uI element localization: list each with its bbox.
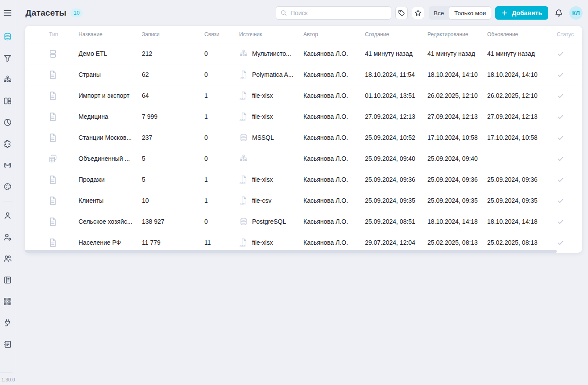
table-row[interactable]: Демо ETL 212 0 Мультиисто... Касьянова Л… [25, 43, 582, 64]
author: Касьянова Л.О. [303, 113, 365, 120]
plug-icon [3, 318, 12, 327]
table-row[interactable]: Медицина 7 999 1 file-xlsx Касьянова Л.О… [25, 106, 582, 127]
datasets-count-badge: 10 [70, 8, 83, 17]
sidebar-item-puzzle[interactable] [0, 133, 15, 155]
search-input[interactable] [290, 9, 387, 17]
created-at: 27.09.2024, 12:13 [365, 113, 427, 120]
tags-filter-button[interactable] [395, 7, 408, 19]
column-header-source[interactable]: Источник [239, 31, 303, 38]
created-at: 25.09.2024, 09:40 [365, 155, 427, 162]
edited-at: 25.09.2024, 09:40 [427, 155, 487, 162]
star-icon [414, 9, 422, 17]
sidebar-item-palette[interactable] [0, 176, 15, 197]
column-header-type[interactable]: Тип [25, 31, 79, 38]
sidebar-item-grid[interactable] [0, 291, 15, 312]
updated-at: 25.02.2025, 08:13 [487, 239, 550, 246]
source-name: file-xlsx [252, 92, 273, 99]
column-header-status[interactable]: Статус [550, 31, 582, 38]
links-count: 1 [204, 197, 239, 204]
updated-at: 25.09.2024, 09:36 [487, 176, 550, 183]
segment-only-mine[interactable]: Только мои [449, 6, 491, 20]
notes-icon [3, 340, 12, 349]
source-name: file-csv [252, 197, 272, 204]
sidebar-item-filter[interactable] [0, 47, 15, 69]
source-name: Polymatica A... [252, 71, 294, 78]
dataset-name: Сельское хозяйс... [79, 218, 142, 225]
edited-at: 18.10.2024, 14:18 [427, 218, 487, 225]
topbar: Датасеты 10 Все Только мои Добавить КЛ [15, 0, 588, 26]
table-row[interactable]: Продажи 5 1 file-xlsx Касьянова Л.О. 25.… [25, 169, 582, 190]
column-header-records[interactable]: Записи [142, 31, 204, 38]
edited-at: 18.10.2024, 14:10 [427, 71, 487, 78]
created-at: 29.07.2024, 12:04 [365, 239, 427, 246]
source-name: Мультиисто... [252, 50, 291, 57]
sidebar-item-user[interactable] [0, 205, 15, 226]
segment-all[interactable]: Все [429, 6, 449, 20]
sidebar-item-user-gear[interactable] [0, 226, 15, 248]
file-xlsx-source-icon [239, 91, 248, 100]
sidebar-item-book[interactable] [0, 269, 15, 291]
table-row[interactable]: Станции Москов... 237 0 MSSQL Касьянова … [25, 127, 582, 148]
table-row[interactable]: Население РФ 11 779 11 file-xlsx Касьяно… [25, 232, 582, 253]
horizontal-scrollbar-thumb[interactable] [25, 250, 557, 253]
created-at: 25.09.2024, 09:36 [365, 176, 427, 183]
dataset-name: Импорт и экспорт [79, 92, 142, 99]
links-count: 1 [204, 176, 239, 183]
updated-at: 27.09.2024, 12:13 [487, 113, 550, 120]
sidebar-item-etl[interactable] [0, 69, 15, 90]
sidebar-item-users[interactable] [0, 248, 15, 269]
ownership-segmented-control: Все Только мои [429, 6, 491, 20]
plus-icon [501, 10, 508, 16]
sidebar-item-plug[interactable] [0, 312, 15, 334]
notifications-button[interactable] [554, 8, 563, 18]
sidebar: 1.30.0 [0, 0, 15, 385]
column-header-updated[interactable]: Обновление [487, 31, 550, 38]
search-box [276, 6, 391, 20]
table-row[interactable]: Клиенты 10 1 file-csv Касьянова Л.О. 25.… [25, 190, 582, 211]
avatar[interactable]: КЛ [569, 6, 583, 20]
column-header-author[interactable]: Автор [303, 31, 365, 38]
hamburger-menu-button[interactable] [0, 0, 15, 26]
edited-at: 27.09.2024, 12:13 [427, 113, 487, 120]
sidebar-item-datasets[interactable] [0, 26, 15, 47]
edited-at: 25.02.2025, 08:13 [427, 239, 487, 246]
table-row[interactable]: Страны 62 0 Polymatica A... Касьянова Л.… [25, 64, 582, 85]
favorites-filter-button[interactable] [412, 7, 424, 19]
status-check-icon [557, 155, 564, 163]
sidebar-item-svg[interactable] [0, 155, 15, 176]
column-header-edited[interactable]: Редактирование [427, 31, 487, 38]
links-count: 0 [204, 218, 239, 225]
updated-at: 25.09.2024, 09:35 [487, 197, 550, 204]
dataset-name: Объединенный ... [79, 155, 142, 162]
table-row[interactable]: Объединенный ... 5 0 Касьянова Л.О. 25.0… [25, 148, 582, 169]
add-dataset-button[interactable]: Добавить [495, 6, 548, 20]
dataset-name: Население РФ [79, 239, 142, 246]
sidebar-item-notes[interactable] [0, 334, 15, 355]
edited-at: 17.10.2024, 10:58 [427, 134, 487, 141]
table-row[interactable]: Сельское хозяйс... 138 927 0 PostgreSQL … [25, 211, 582, 232]
created-at: 25.09.2024, 10:52 [365, 134, 427, 141]
records-count: 10 [142, 197, 204, 204]
created-at: 18.10.2024, 11:54 [365, 71, 427, 78]
pie-icon [3, 118, 12, 127]
edited-at: 25.09.2024, 09:35 [427, 197, 487, 204]
grid-icon [3, 297, 12, 306]
table-row[interactable]: Импорт и экспорт 64 1 file-xlsx Касьянов… [25, 85, 582, 106]
column-header-links[interactable]: Связи [204, 31, 239, 38]
sidebar-item-layout[interactable] [0, 90, 15, 112]
multi-type-icon [48, 49, 58, 59]
edited-at: 41 минуту назад [427, 50, 487, 57]
records-count: 64 [142, 92, 204, 99]
status-check-icon [557, 218, 564, 226]
file-type-icon [48, 217, 58, 226]
source-name: file-xlsx [252, 239, 273, 246]
dataset-name: Демо ETL [79, 50, 142, 57]
created-at: 01.10.2024, 13:51 [365, 92, 427, 99]
column-header-created[interactable]: Создание [365, 31, 427, 38]
sidebar-item-pie[interactable] [0, 112, 15, 133]
status-check-icon [557, 50, 564, 58]
records-count: 212 [142, 50, 204, 57]
column-header-name[interactable]: Название [79, 31, 142, 38]
author: Касьянова Л.О. [303, 71, 365, 78]
users-icon [3, 254, 12, 263]
